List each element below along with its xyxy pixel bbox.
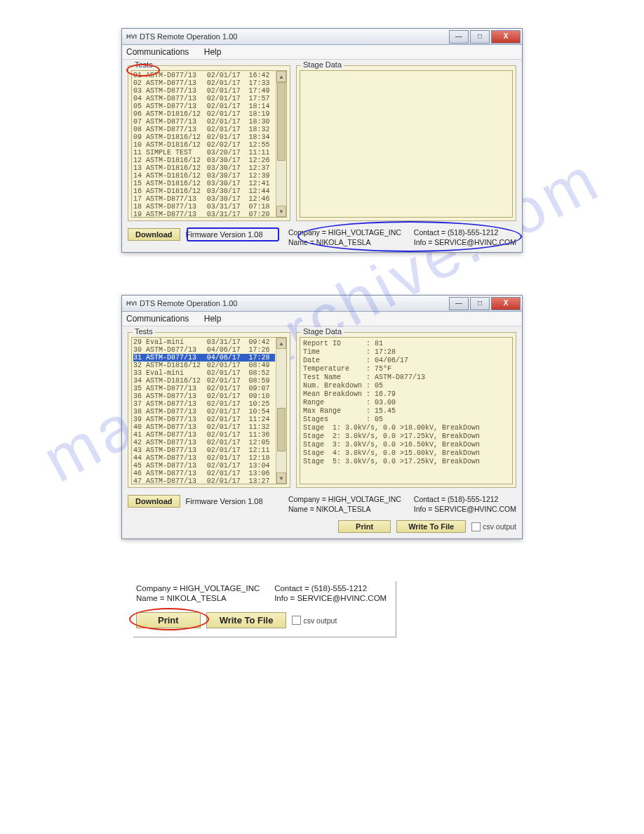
company-info: Company = HIGH_VOLTAGE_INC Contact = (51… [288, 228, 516, 246]
list-item[interactable]: 03 ASTM-D877/1302/01/1717:49 [133, 87, 275, 95]
info-label: Info = SERVICE@HVINC.COM [414, 505, 516, 513]
app-icon: HVI [126, 33, 137, 40]
download-button[interactable]: Download [128, 495, 180, 508]
close-button[interactable]: X [491, 297, 521, 310]
list-item[interactable]: 01 ASTM-D877/1302/01/1716:42 [133, 72, 275, 79]
stage-data-text: Report ID : 81 Time : 17:28 Date : 04/06… [300, 338, 512, 468]
menu-communications[interactable]: Communications [126, 47, 189, 57]
list-item[interactable]: 10 ASTM-D1816/1202/02/1712:55 [133, 141, 275, 149]
list-item[interactable]: 39 ASTM-D877/1302/01/1711:24 [133, 416, 275, 423]
write-to-file-button[interactable]: Write To File [396, 520, 466, 533]
list-item[interactable]: 12 ASTM-D1816/1203/30/1712:26 [133, 157, 275, 164]
list-item[interactable]: 06 ASTM-D1816/1202/01/1718:19 [133, 110, 275, 118]
info-label: Info = SERVICE@HVINC.COM [274, 594, 389, 602]
scroll-down-icon[interactable]: ▼ [276, 472, 286, 484]
company-info: Company = HIGH_VOLTAGE_INC Contact = (51… [136, 584, 389, 602]
tests-legend: Tests [133, 60, 155, 69]
list-item[interactable]: 02 ASTM-D877/1302/01/1717:33 [133, 79, 275, 87]
scroll-thumb[interactable] [277, 82, 286, 161]
list-item[interactable]: 44 ASTM-D877/1302/01/1712:18 [133, 454, 275, 462]
list-item[interactable]: 42 ASTM-D877/1302/01/1712:05 [133, 439, 275, 446]
list-item[interactable]: 07 ASTM-D877/1302/01/1718:30 [133, 118, 275, 126]
list-item[interactable]: 38 ASTM-D877/1302/01/1710:54 [133, 408, 275, 416]
list-item[interactable]: 09 ASTM-D1816/1202/01/1718:34 [133, 133, 275, 141]
menu-help[interactable]: Help [204, 314, 222, 324]
scroll-thumb[interactable] [277, 408, 286, 451]
scroll-down-icon[interactable]: ▼ [276, 206, 286, 217]
stage-legend: Stage Data [301, 60, 344, 69]
company-info: Company = HIGH_VOLTAGE_INC Contact = (51… [288, 495, 516, 513]
minimize-button[interactable]: — [449, 30, 469, 44]
list-item[interactable]: 41 ASTM-D877/1302/01/1711:36 [133, 431, 275, 439]
download-button[interactable]: Download [128, 228, 180, 241]
titlebar[interactable]: HVI DTS Remote Operation 1.00 — □ X [122, 296, 522, 312]
list-item[interactable]: 36 ASTM-D877/1302/01/1709:10 [133, 392, 275, 400]
menubar: Communications Help [122, 312, 522, 326]
list-item[interactable]: 13 ASTM-D1816/1203/30/1712:37 [133, 164, 275, 172]
company-label: Company = HIGH_VOLTAGE_INC [288, 495, 401, 503]
list-item[interactable]: 34 ASTM-D1816/1202/01/1708:59 [133, 377, 275, 385]
checkbox-icon [471, 522, 481, 531]
window-2: HVI DTS Remote Operation 1.00 — □ X Comm… [121, 295, 523, 539]
tests-group: Tests 01 ASTM-D877/1302/01/1716:4202 AST… [128, 65, 290, 221]
list-item[interactable]: 05 ASTM-D877/1302/01/1718:14 [133, 102, 275, 110]
minimize-button[interactable]: — [449, 297, 469, 310]
list-item[interactable]: 43 ASTM-D877/1302/01/1712:11 [133, 446, 275, 454]
csv-output-checkbox[interactable]: csv output [471, 522, 516, 531]
list-item[interactable]: 15 ASTM-D1816/1203/30/1712:41 [133, 180, 275, 187]
list-item[interactable]: 33 Eval-mini02/01/1708:52 [133, 369, 275, 377]
company-label: Company = HIGH_VOLTAGE_INC [288, 228, 401, 237]
tests-list[interactable]: 29 Eval-mini03/31/1709:4230 ASTM-D877/13… [132, 338, 276, 484]
tests-group: Tests 29 Eval-mini03/31/1709:4230 ASTM-D… [128, 332, 290, 488]
list-item[interactable]: 04 ASTM-D877/1302/01/1717:57 [133, 95, 275, 102]
write-to-file-button[interactable]: Write To File [206, 612, 287, 628]
checkbox-icon [292, 616, 301, 625]
list-item[interactable]: 18 ASTM-D877/1303/31/1707:18 [133, 203, 275, 211]
list-item[interactable]: 17 ASTM-D877/1303/30/1712:46 [133, 195, 275, 203]
titlebar[interactable]: HVI DTS Remote Operation 1.00 — □ X [122, 29, 522, 45]
close-button[interactable]: X [491, 30, 521, 44]
scroll-up-icon[interactable]: ▲ [276, 71, 286, 82]
list-item[interactable]: 37 ASTM-D877/1302/01/1710:25 [133, 400, 275, 408]
list-item[interactable]: 14 ASTM-D1816/1203/30/1712:39 [133, 172, 275, 180]
list-item[interactable]: 45 ASTM-D877/1302/01/1713:04 [133, 462, 275, 470]
menu-communications[interactable]: Communications [126, 314, 189, 324]
print-button[interactable]: Print [136, 612, 201, 628]
list-item[interactable]: 35 ASTM-D877/1302/01/1709:07 [133, 385, 275, 392]
csv-output-label: csv output [483, 522, 516, 531]
app-icon: HVI [126, 300, 137, 307]
name-label: Name = NIKOLA_TESLA [288, 238, 401, 246]
list-item[interactable]: 40 ASTM-D877/1302/01/1711:32 [133, 423, 275, 431]
info-label: Info = SERVICE@HVINC.COM [414, 238, 516, 246]
tests-list[interactable]: 01 ASTM-D877/1302/01/1716:4202 ASTM-D877… [132, 71, 276, 217]
list-item[interactable]: 08 ASTM-D877/1302/01/1718:32 [133, 126, 275, 133]
list-item[interactable]: 29 Eval-mini03/31/1709:42 [133, 338, 275, 346]
stage-data-group: Stage Data Report ID : 81 Time : 17:28 D… [296, 332, 516, 488]
window-1: HVI DTS Remote Operation 1.00 — □ X Comm… [121, 28, 523, 253]
list-item[interactable]: 11 SIMPLE TEST03/20/1711:11 [133, 149, 275, 157]
name-label: Name = NIKOLA_TESLA [136, 594, 262, 602]
firmware-label: Firmware Version 1.08 [186, 228, 263, 239]
tests-scrollbar[interactable]: ▲ ▼ [276, 71, 286, 217]
list-item[interactable]: 31 ASTM-D877/1304/06/1717:28 [133, 354, 275, 362]
list-item[interactable]: 30 ASTM-D877/1304/06/1717:26 [133, 346, 275, 354]
menu-help[interactable]: Help [204, 47, 222, 57]
firmware-label: Firmware Version 1.08 [186, 495, 263, 505]
csv-output-checkbox[interactable]: csv output [292, 616, 337, 625]
list-item[interactable]: 16 ASTM-D1816/1203/30/1712:44 [133, 187, 275, 195]
tests-scrollbar[interactable]: ▲ ▼ [276, 338, 286, 484]
maximize-button[interactable]: □ [470, 297, 490, 310]
list-item[interactable]: 47 ASTM-D877/1302/01/1713:27 [133, 477, 275, 484]
list-item[interactable]: 19 ASTM-D877/1303/31/1707:20 [133, 211, 275, 218]
stage-data-text [300, 71, 512, 75]
window-title: DTS Remote Operation 1.00 [140, 299, 448, 307]
cropped-panel: Company = HIGH_VOLTAGE_INC Contact = (51… [133, 581, 396, 637]
company-label: Company = HIGH_VOLTAGE_INC [136, 584, 262, 593]
stage-data-group: Stage Data [296, 65, 516, 221]
list-item[interactable]: 46 ASTM-D877/1302/01/1713:06 [133, 470, 275, 477]
contact-label: Contact = (518)-555-1212 [274, 584, 389, 593]
maximize-button[interactable]: □ [470, 30, 490, 44]
list-item[interactable]: 32 ASTM-D1816/1202/01/1708:49 [133, 362, 275, 369]
print-button[interactable]: Print [338, 520, 391, 533]
scroll-up-icon[interactable]: ▲ [276, 338, 286, 349]
